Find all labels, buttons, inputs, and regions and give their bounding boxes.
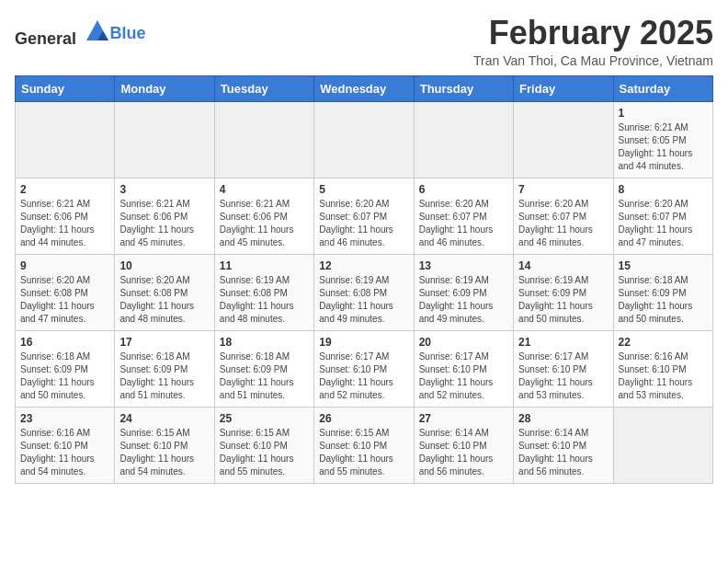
day-number: 3 xyxy=(119,183,209,196)
day-number: 27 xyxy=(419,412,508,425)
header-cell-tuesday: Tuesday xyxy=(214,75,313,101)
day-cell: 5Sunrise: 6:20 AM Sunset: 6:07 PM Daylig… xyxy=(314,178,414,254)
day-cell: 2Sunrise: 6:21 AM Sunset: 6:06 PM Daylig… xyxy=(16,178,115,254)
logo-blue: Blue xyxy=(110,24,146,43)
day-number: 16 xyxy=(20,336,109,349)
day-info: Sunrise: 6:20 AM Sunset: 6:07 PM Dayligh… xyxy=(419,198,508,249)
day-cell: 9Sunrise: 6:20 AM Sunset: 6:08 PM Daylig… xyxy=(16,254,115,330)
day-number: 21 xyxy=(518,336,608,349)
day-cell: 3Sunrise: 6:21 AM Sunset: 6:06 PM Daylig… xyxy=(115,178,214,254)
day-number: 11 xyxy=(220,259,309,272)
day-number: 8 xyxy=(619,183,708,196)
header-cell-friday: Friday xyxy=(514,75,613,101)
header: General Blue February 2025 Tran Van Thoi… xyxy=(15,15,713,68)
calendar-table: SundayMondayTuesdayWednesdayThursdayFrid… xyxy=(15,75,713,484)
day-number: 10 xyxy=(119,259,209,272)
day-cell xyxy=(514,101,613,178)
header-cell-wednesday: Wednesday xyxy=(314,75,414,101)
day-cell: 13Sunrise: 6:19 AM Sunset: 6:09 PM Dayli… xyxy=(414,254,513,330)
day-cell: 12Sunrise: 6:19 AM Sunset: 6:08 PM Dayli… xyxy=(314,254,414,330)
day-cell: 8Sunrise: 6:20 AM Sunset: 6:07 PM Daylig… xyxy=(613,178,712,254)
day-info: Sunrise: 6:21 AM Sunset: 6:05 PM Dayligh… xyxy=(619,121,708,173)
day-info: Sunrise: 6:18 AM Sunset: 6:09 PM Dayligh… xyxy=(20,350,109,402)
calendar-header: SundayMondayTuesdayWednesdayThursdayFrid… xyxy=(16,75,713,101)
header-cell-thursday: Thursday xyxy=(414,75,513,101)
header-row: SundayMondayTuesdayWednesdayThursdayFrid… xyxy=(16,75,713,101)
day-info: Sunrise: 6:17 AM Sunset: 6:10 PM Dayligh… xyxy=(518,350,608,402)
day-cell: 17Sunrise: 6:18 AM Sunset: 6:09 PM Dayli… xyxy=(115,330,214,407)
day-info: Sunrise: 6:15 AM Sunset: 6:10 PM Dayligh… xyxy=(119,427,209,478)
day-info: Sunrise: 6:19 AM Sunset: 6:08 PM Dayligh… xyxy=(220,274,309,326)
week-row-2: 2Sunrise: 6:21 AM Sunset: 6:06 PM Daylig… xyxy=(16,178,713,254)
day-cell xyxy=(115,101,214,178)
day-info: Sunrise: 6:21 AM Sunset: 6:06 PM Dayligh… xyxy=(119,198,209,249)
day-cell xyxy=(613,407,712,483)
day-info: Sunrise: 6:16 AM Sunset: 6:10 PM Dayligh… xyxy=(20,427,109,478)
day-info: Sunrise: 6:20 AM Sunset: 6:07 PM Dayligh… xyxy=(319,198,408,249)
day-number: 9 xyxy=(20,259,109,272)
day-cell: 4Sunrise: 6:21 AM Sunset: 6:06 PM Daylig… xyxy=(214,178,313,254)
week-row-1: 1Sunrise: 6:21 AM Sunset: 6:05 PM Daylig… xyxy=(16,101,713,178)
day-info: Sunrise: 6:21 AM Sunset: 6:06 PM Dayligh… xyxy=(20,198,109,249)
day-info: Sunrise: 6:18 AM Sunset: 6:09 PM Dayligh… xyxy=(119,350,209,402)
day-number: 24 xyxy=(119,412,209,425)
calendar-title: February 2025 xyxy=(473,15,713,52)
day-number: 25 xyxy=(220,412,309,425)
day-info: Sunrise: 6:21 AM Sunset: 6:06 PM Dayligh… xyxy=(220,198,309,249)
day-cell: 10Sunrise: 6:20 AM Sunset: 6:08 PM Dayli… xyxy=(115,254,214,330)
day-cell: 20Sunrise: 6:17 AM Sunset: 6:10 PM Dayli… xyxy=(414,330,513,407)
day-cell xyxy=(214,101,313,178)
day-number: 2 xyxy=(20,183,109,196)
header-cell-monday: Monday xyxy=(115,75,214,101)
day-info: Sunrise: 6:20 AM Sunset: 6:07 PM Dayligh… xyxy=(619,198,708,249)
day-number: 4 xyxy=(220,183,309,196)
day-cell: 22Sunrise: 6:16 AM Sunset: 6:10 PM Dayli… xyxy=(613,330,712,407)
day-cell: 25Sunrise: 6:15 AM Sunset: 6:10 PM Dayli… xyxy=(214,407,313,483)
day-info: Sunrise: 6:19 AM Sunset: 6:09 PM Dayligh… xyxy=(518,274,608,326)
day-cell: 26Sunrise: 6:15 AM Sunset: 6:10 PM Dayli… xyxy=(314,407,414,483)
day-info: Sunrise: 6:20 AM Sunset: 6:07 PM Dayligh… xyxy=(518,198,608,249)
day-cell: 15Sunrise: 6:18 AM Sunset: 6:09 PM Dayli… xyxy=(613,254,712,330)
day-cell: 7Sunrise: 6:20 AM Sunset: 6:07 PM Daylig… xyxy=(514,178,613,254)
day-cell: 6Sunrise: 6:20 AM Sunset: 6:07 PM Daylig… xyxy=(414,178,513,254)
day-info: Sunrise: 6:14 AM Sunset: 6:10 PM Dayligh… xyxy=(518,427,608,478)
logo: General Blue xyxy=(15,18,146,49)
day-number: 23 xyxy=(20,412,109,425)
day-number: 22 xyxy=(619,336,708,349)
day-cell: 24Sunrise: 6:15 AM Sunset: 6:10 PM Dayli… xyxy=(115,407,214,483)
day-info: Sunrise: 6:18 AM Sunset: 6:09 PM Dayligh… xyxy=(220,350,309,402)
logo-general: General xyxy=(15,29,76,48)
day-info: Sunrise: 6:19 AM Sunset: 6:08 PM Dayligh… xyxy=(319,274,408,326)
calendar-body: 1Sunrise: 6:21 AM Sunset: 6:05 PM Daylig… xyxy=(16,101,713,483)
day-number: 15 xyxy=(619,259,708,272)
week-row-3: 9Sunrise: 6:20 AM Sunset: 6:08 PM Daylig… xyxy=(16,254,713,330)
header-cell-sunday: Sunday xyxy=(16,75,115,101)
day-info: Sunrise: 6:15 AM Sunset: 6:10 PM Dayligh… xyxy=(220,427,309,478)
day-number: 14 xyxy=(518,259,608,272)
day-info: Sunrise: 6:17 AM Sunset: 6:10 PM Dayligh… xyxy=(419,350,508,402)
day-info: Sunrise: 6:17 AM Sunset: 6:10 PM Dayligh… xyxy=(319,350,408,402)
day-cell: 21Sunrise: 6:17 AM Sunset: 6:10 PM Dayli… xyxy=(514,330,613,407)
day-info: Sunrise: 6:18 AM Sunset: 6:09 PM Dayligh… xyxy=(619,274,708,326)
day-info: Sunrise: 6:14 AM Sunset: 6:10 PM Dayligh… xyxy=(419,427,508,478)
day-info: Sunrise: 6:20 AM Sunset: 6:08 PM Dayligh… xyxy=(119,274,209,326)
day-number: 26 xyxy=(319,412,408,425)
day-number: 18 xyxy=(220,336,309,349)
day-number: 1 xyxy=(619,107,708,120)
day-info: Sunrise: 6:19 AM Sunset: 6:09 PM Dayligh… xyxy=(419,274,508,326)
day-cell: 11Sunrise: 6:19 AM Sunset: 6:08 PM Dayli… xyxy=(214,254,313,330)
day-info: Sunrise: 6:20 AM Sunset: 6:08 PM Dayligh… xyxy=(20,274,109,326)
week-row-4: 16Sunrise: 6:18 AM Sunset: 6:09 PM Dayli… xyxy=(16,330,713,407)
week-row-5: 23Sunrise: 6:16 AM Sunset: 6:10 PM Dayli… xyxy=(16,407,713,483)
day-info: Sunrise: 6:15 AM Sunset: 6:10 PM Dayligh… xyxy=(319,427,408,478)
day-number: 7 xyxy=(518,183,608,196)
day-number: 20 xyxy=(419,336,508,349)
day-cell xyxy=(314,101,414,178)
day-number: 28 xyxy=(518,412,608,425)
day-number: 13 xyxy=(419,259,508,272)
day-info: Sunrise: 6:16 AM Sunset: 6:10 PM Dayligh… xyxy=(619,350,708,402)
day-cell: 19Sunrise: 6:17 AM Sunset: 6:10 PM Dayli… xyxy=(314,330,414,407)
day-cell: 18Sunrise: 6:18 AM Sunset: 6:09 PM Dayli… xyxy=(214,330,313,407)
day-number: 17 xyxy=(119,336,209,349)
day-cell: 1Sunrise: 6:21 AM Sunset: 6:05 PM Daylig… xyxy=(613,101,712,178)
